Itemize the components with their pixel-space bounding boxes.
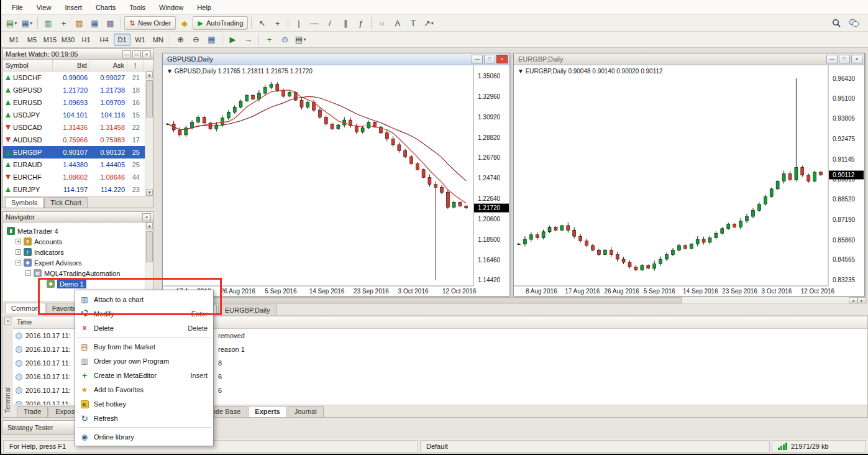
menu-item-add-to-favorites[interactable]: ★Add to Favorites [75, 382, 213, 397]
fibonacci-tool[interactable]: ƒ [354, 16, 368, 30]
market-row-euraud[interactable]: EURAUD1.443801.4440525 [3, 159, 153, 171]
menu-item-attach-to-chart[interactable]: ▥Attach to a chart [75, 292, 213, 306]
timeframe-m1[interactable]: M1 [6, 34, 22, 46]
menu-window[interactable]: Window [152, 1, 190, 14]
tile-windows-button[interactable]: ▦ [204, 33, 219, 47]
scroll-left-icon[interactable]: ◂ [849, 297, 857, 303]
menu-file[interactable]: File [5, 1, 30, 14]
market-row-usdjpy[interactable]: USDJPY104.101104.11615 [3, 109, 153, 121]
tab-common[interactable]: Common [5, 303, 45, 313]
market-row-eurchf[interactable]: EURCHF1.086021.0864644 [3, 171, 153, 183]
tab-journal[interactable]: Journal [288, 406, 324, 417]
market-row-audusd[interactable]: AUDUSD0.759660.7598317 [3, 134, 153, 146]
scroll-thumb[interactable] [146, 231, 153, 262]
profiles-button[interactable]: ▦▾ [20, 16, 34, 30]
zoom-in-button[interactable]: ⊕ [173, 33, 188, 47]
timeframe-m15[interactable]: M15 [42, 34, 58, 46]
tree-item-accounts[interactable]: +$Accounts [3, 236, 153, 247]
menu-insert[interactable]: Insert [58, 1, 89, 14]
scroll-up-icon[interactable]: ▲ [146, 223, 153, 229]
timeframe-w1[interactable]: W1 [132, 34, 148, 46]
community-chat-button[interactable] [847, 16, 861, 30]
column-ask[interactable]: Ask [90, 60, 127, 71]
tree-item-demo1[interactable]: ◆Demo 1 [3, 278, 153, 289]
menu-item-refresh[interactable]: ↻Refresh [75, 411, 213, 425]
cursor-tool[interactable]: ↖ [255, 16, 269, 30]
new-order-button[interactable]: ⇅New Order [124, 16, 176, 30]
chart-tab-eurgbp[interactable]: EURGBP,Daily [218, 305, 277, 315]
gbpusd-chart-canvas[interactable]: 1.350601.329601.309201.288201.267801.247… [163, 65, 509, 296]
minimize-icon[interactable]: — [472, 55, 483, 63]
restore-icon[interactable]: □ [484, 55, 495, 63]
market-watch-toggle[interactable]: ▥ [41, 16, 55, 30]
eurgbp-chart-canvas[interactable]: 0.964300.951000.938050.924750.911450.898… [514, 65, 864, 296]
timeframe-h1[interactable]: H1 [78, 34, 94, 46]
tab-tick-chart[interactable]: Tick Chart [44, 197, 88, 208]
chart-shift-button[interactable]: → [241, 33, 255, 47]
tree-item-indicators[interactable]: +ƒIndicators [3, 247, 153, 257]
search-button[interactable] [829, 16, 843, 30]
chart-window-eurgbp[interactable]: EURGBP,Daily — □ × 0.964300.951000.93805… [513, 53, 865, 296]
text-label-tool[interactable]: T [406, 16, 420, 30]
menu-help[interactable]: Help [190, 1, 218, 14]
menu-item-delete[interactable]: ×DeleteDelete [75, 321, 213, 335]
expand-plus-icon[interactable]: + [16, 239, 21, 244]
autotrading-button[interactable]: ▶AutoTrading [193, 16, 248, 30]
status-profile[interactable]: Default [420, 440, 770, 453]
indicators-button[interactable]: + [262, 33, 276, 47]
crosshair-tool[interactable]: + [270, 16, 285, 30]
auto-scroll-button[interactable]: ▶ [226, 33, 240, 47]
zoom-out-button[interactable]: ⊖ [189, 33, 203, 47]
expand-plus-icon[interactable]: + [16, 249, 21, 255]
menu-view[interactable]: View [30, 1, 58, 14]
templates-button[interactable]: ▤▾ [293, 33, 308, 47]
timeframe-m5[interactable]: M5 [24, 34, 40, 46]
menu-item-online-library[interactable]: ◉Online library [75, 430, 213, 444]
timeframe-m30[interactable]: M30 [60, 34, 76, 46]
terminal-toggle[interactable]: ▦ [88, 16, 102, 30]
close-icon[interactable]: × [142, 213, 151, 221]
scroll-right-icon[interactable]: ▸ [857, 297, 866, 303]
column-bid[interactable]: Bid [53, 60, 90, 71]
scroll-thumb[interactable] [155, 297, 682, 303]
collapse-minus-icon[interactable]: − [25, 270, 31, 276]
menu-item-create-in-metaeditor[interactable]: +Create in MetaEditorInsert [75, 368, 213, 382]
text-tool[interactable]: A [390, 16, 404, 30]
trendline-tool[interactable]: / [322, 16, 337, 30]
charts-horizontal-scrollbar[interactable]: ◂ ▸ [155, 296, 867, 304]
close-icon[interactable]: × [851, 55, 862, 63]
new-chart-button[interactable]: ▤▾ [4, 16, 19, 30]
close-icon[interactable]: × [496, 55, 508, 63]
tab-symbols[interactable]: Symbols [5, 197, 43, 208]
menu-item-set-hotkey[interactable]: KSet hotkey [75, 397, 213, 411]
menu-item-modify[interactable]: ModifyEnter [75, 306, 213, 321]
chart-titlebar[interactable]: GBPUSD,Daily — □ × [163, 53, 509, 65]
scroll-thumb[interactable] [146, 80, 153, 117]
navigator-titlebar[interactable]: Navigator × [3, 212, 153, 223]
timeframe-h4[interactable]: H4 [96, 34, 112, 46]
market-row-usdchf[interactable]: USDCHF0.990060.9902721 [3, 71, 153, 84]
market-row-eurjpy[interactable]: EURJPY114.197114.22023 [3, 183, 153, 196]
scroll-down-icon[interactable]: ▼ [146, 189, 153, 196]
tree-item-mql4tradingautomation[interactable]: −▦MQL4TradingAutomation [3, 268, 153, 278]
metaeditor-button[interactable]: ◆ [177, 16, 191, 30]
data-window-toggle[interactable]: + [57, 16, 71, 30]
restore-icon[interactable]: □ [132, 50, 141, 58]
market-row-eurgbp-selected[interactable]: EURGBP0.901070.9013225 [3, 146, 153, 159]
market-row-gbpusd[interactable]: GBPUSD1.217201.2173818 [3, 84, 153, 96]
column-alert[interactable]: ! [127, 60, 144, 71]
menu-item-order-your-own-program[interactable]: ▥Order your own Program [75, 354, 213, 368]
menu-item-buy-from-market[interactable]: ▤Buy from the Market [75, 339, 213, 354]
strategy-tester-toggle[interactable]: ▩ [103, 16, 117, 30]
scroll-up-icon[interactable]: ▲ [146, 71, 153, 78]
timeframe-d1[interactable]: D1 [114, 34, 130, 46]
shapes-tool[interactable]: ○ [375, 16, 389, 30]
market-watch-titlebar[interactable]: Market Watch: 00:19:05 — □ × [3, 49, 153, 60]
menu-charts[interactable]: Charts [89, 1, 122, 14]
arrows-tool[interactable]: ↗▾ [421, 16, 436, 30]
collapse-minus-icon[interactable]: − [16, 260, 21, 265]
tab-trade[interactable]: Trade [17, 406, 48, 417]
column-symbol[interactable]: Symbol [3, 60, 53, 71]
market-watch-scrollbar[interactable]: ▲ ▼ [145, 71, 153, 196]
market-row-usdcad[interactable]: USDCAD1.314361.3145822 [3, 121, 153, 134]
